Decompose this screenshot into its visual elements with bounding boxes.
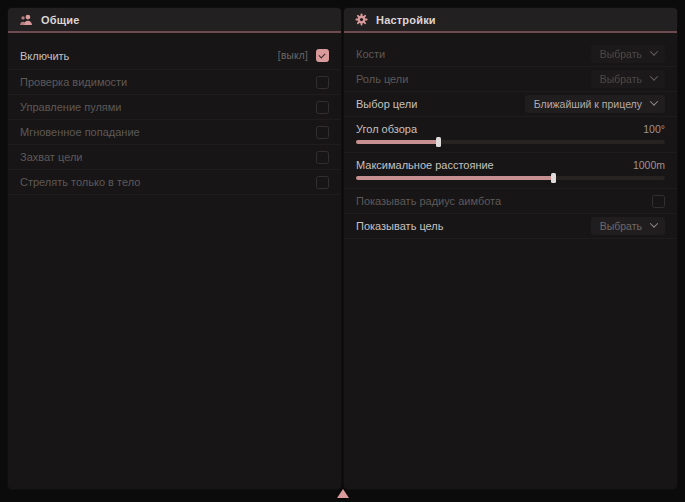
settings-panel: Настройки Кости Выбрать Роль цели Выбрат…	[344, 8, 677, 489]
general-panel-body: Включить [выкл] Проверка видимости Управ…	[8, 33, 341, 195]
target-lock-checkbox[interactable]	[316, 151, 329, 164]
body-only-checkbox[interactable]	[316, 176, 329, 189]
bones-dropdown[interactable]: Выбрать	[591, 45, 665, 63]
game-settings-overlay: { "colors": { "accent": "#d89a9a", "divi…	[0, 0, 685, 502]
bullet-control-checkbox[interactable]	[316, 101, 329, 114]
target-selection-dropdown[interactable]: Ближайший к прицелу	[525, 95, 665, 113]
toggle-label: Захват цели	[20, 151, 82, 163]
target-role-dropdown[interactable]: Выбрать	[591, 70, 665, 88]
general-panel-header: Общие	[8, 8, 341, 31]
enable-checkbox[interactable]	[316, 49, 329, 62]
toggle-label: Проверка видимости	[20, 76, 127, 88]
dropdown-value: Выбрать	[600, 48, 642, 60]
slider-value: 1000m	[633, 159, 665, 171]
toggle-label: Стрелять только в тело	[20, 176, 140, 188]
toggle-row-visibility-check[interactable]: Проверка видимости	[8, 70, 341, 95]
chevron-down-icon	[650, 219, 658, 227]
settings-panel-body: Кости Выбрать Роль цели Выбрать Выбор це…	[344, 33, 677, 239]
select-row-bones: Кости Выбрать	[344, 42, 677, 67]
select-label: Роль цели	[356, 73, 408, 85]
toggle-row-bullet-control[interactable]: Управление пулями	[8, 95, 341, 120]
game-cursor-triangle	[337, 489, 349, 498]
show-target-dropdown[interactable]: Выбрать	[591, 217, 665, 235]
select-row-target-selection: Выбор цели Ближайший к прицелу	[344, 92, 677, 117]
toggle-row-enable[interactable]: Включить [выкл]	[8, 42, 341, 70]
chevron-down-icon	[650, 47, 658, 55]
max-distance-slider-thumb[interactable]	[551, 173, 556, 183]
toggle-label: Включить	[20, 50, 69, 62]
visibility-check-checkbox[interactable]	[316, 76, 329, 89]
select-label: Показывать цель	[356, 220, 444, 232]
dropdown-value: Выбрать	[600, 73, 642, 85]
general-panel: Общие Включить [выкл] Проверка видимости…	[8, 8, 341, 489]
chevron-down-icon	[650, 72, 658, 80]
toggle-label: Показывать радиус аимбота	[356, 195, 501, 207]
max-distance-slider-track[interactable]	[356, 176, 665, 180]
show-aimbot-radius-checkbox[interactable]	[652, 195, 665, 208]
slider-fill	[356, 176, 554, 180]
chevron-down-icon	[650, 97, 658, 105]
hotkey-state-tag: [выкл]	[278, 50, 308, 61]
general-panel-title: Общие	[41, 14, 80, 26]
slider-label: Угол обзора	[356, 123, 417, 135]
slider-row-fov: Угол обзора 100°	[344, 117, 677, 153]
slider-label: Максимальное расстояние	[356, 159, 494, 171]
fov-slider-thumb[interactable]	[436, 137, 441, 147]
select-label: Кости	[356, 48, 385, 60]
toggle-label: Управление пулями	[20, 101, 122, 113]
select-row-target-role: Роль цели Выбрать	[344, 67, 677, 92]
toggle-row-instant-hit[interactable]: Мгновенное попадание	[8, 120, 341, 145]
toggle-row-target-lock[interactable]: Захват цели	[8, 145, 341, 170]
toggle-label: Мгновенное попадание	[20, 126, 140, 138]
slider-row-max-distance: Максимальное расстояние 1000m	[344, 153, 677, 189]
select-row-show-target: Показывать цель Выбрать	[344, 214, 677, 239]
settings-panel-title: Настройки	[376, 14, 436, 26]
toggle-row-show-aimbot-radius[interactable]: Показывать радиус аимбота	[344, 189, 677, 214]
gear-icon	[355, 13, 368, 26]
select-label: Выбор цели	[356, 98, 417, 110]
dropdown-value: Выбрать	[600, 220, 642, 232]
slider-value: 100°	[643, 123, 665, 135]
instant-hit-checkbox[interactable]	[316, 126, 329, 139]
users-icon	[19, 13, 33, 27]
settings-panel-header: Настройки	[344, 8, 677, 31]
slider-fill	[356, 140, 439, 144]
toggle-row-body-only[interactable]: Стрелять только в тело	[8, 170, 341, 195]
dropdown-value: Ближайший к прицелу	[534, 98, 642, 110]
fov-slider-track[interactable]	[356, 140, 665, 144]
